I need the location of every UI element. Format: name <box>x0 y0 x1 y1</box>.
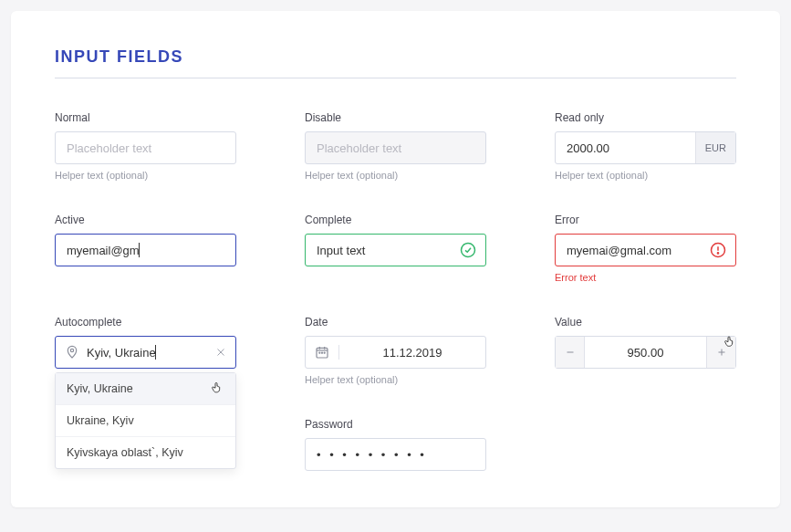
check-circle-icon <box>460 242 476 258</box>
svg-point-12 <box>321 352 322 353</box>
input-wrap-password[interactable]: • • • • • • • • • <box>305 438 486 471</box>
field-normal: Normal Helper text (optional) <box>55 111 236 181</box>
fields-grid: Normal Helper text (optional) Disable He… <box>55 111 736 471</box>
input-error[interactable] <box>556 235 735 266</box>
helper-normal: Helper text (optional) <box>55 170 236 181</box>
helper-date: Helper text (optional) <box>305 374 486 385</box>
input-wrap-complete[interactable] <box>305 234 486 266</box>
field-complete: Complete <box>305 214 486 283</box>
input-wrap-autocomplete[interactable]: Kyiv, Ukraine <box>55 336 236 369</box>
field-error: Error Error text <box>555 214 736 283</box>
page-title: INPUT FIELDS <box>55 47 736 78</box>
hand-cursor-icon-plus <box>723 333 737 353</box>
input-autocomplete-value: Kyiv, Ukraine <box>87 346 156 360</box>
form-card: INPUT FIELDS Normal Helper text (optiona… <box>11 11 780 507</box>
calendar-icon[interactable] <box>306 345 339 360</box>
label-error: Error <box>555 214 736 226</box>
password-mask: • • • • • • • • • <box>306 439 438 470</box>
autocomplete-dropdown: Kyiv, Ukraine Ukraine, Kyiv Kyivskaya ob… <box>55 372 236 469</box>
input-wrap-error[interactable] <box>555 234 736 266</box>
text-caret <box>139 243 140 257</box>
svg-point-0 <box>462 244 475 257</box>
input-wrap-value[interactable] <box>555 336 736 369</box>
input-date[interactable] <box>339 337 485 368</box>
label-complete: Complete <box>305 214 486 226</box>
input-disable <box>306 132 485 163</box>
label-disable: Disable <box>305 111 486 124</box>
label-password: Password <box>305 418 486 431</box>
input-normal[interactable] <box>56 132 235 163</box>
svg-point-11 <box>319 352 320 353</box>
stepper-plus-button[interactable] <box>706 337 735 368</box>
helper-error: Error text <box>555 272 736 283</box>
dropdown-option-1[interactable]: Ukraine, Kyiv <box>56 405 235 437</box>
input-wrap-active[interactable]: myemail@gm <box>55 234 236 266</box>
alert-circle-icon <box>710 242 726 258</box>
input-wrap-readonly: EUR <box>555 131 736 164</box>
label-value: Value <box>555 316 736 329</box>
input-wrap-date[interactable] <box>305 336 486 369</box>
input-value[interactable] <box>585 337 706 368</box>
text-caret-auto <box>155 345 156 360</box>
currency-badge: EUR <box>695 132 735 163</box>
field-autocomplete: Autocomplete Kyiv, Ukraine Kyiv, Ukra <box>55 316 236 471</box>
svg-point-13 <box>324 352 325 353</box>
field-value: Value <box>555 316 736 471</box>
location-pin-icon <box>56 345 87 360</box>
clear-icon[interactable] <box>206 347 235 358</box>
field-date-col: Date Helper text (optional) Password • •… <box>305 316 486 471</box>
label-date: Date <box>305 316 486 329</box>
input-wrap-disable <box>305 131 486 164</box>
field-disable: Disable Helper text (optional) <box>305 111 486 181</box>
svg-point-4 <box>70 349 73 351</box>
input-readonly <box>556 132 695 163</box>
dropdown-option-0[interactable]: Kyiv, Ukraine <box>56 373 235 405</box>
stepper-minus-button[interactable] <box>556 337 585 368</box>
field-active: Active myemail@gm <box>55 214 236 283</box>
label-autocomplete: Autocomplete <box>55 316 236 329</box>
dropdown-option-2[interactable]: Kyivskaya oblast`, Kyiv <box>56 437 235 468</box>
input-active-value: myemail@gm <box>67 244 140 257</box>
helper-disable: Helper text (optional) <box>305 170 486 181</box>
helper-readonly: Helper text (optional) <box>555 170 736 181</box>
svg-point-3 <box>717 253 718 254</box>
label-readonly: Read only <box>555 111 736 124</box>
field-readonly: Read only EUR Helper text (optional) <box>555 111 736 181</box>
hand-cursor-icon <box>210 380 224 399</box>
label-normal: Normal <box>55 111 236 124</box>
label-active: Active <box>55 214 236 226</box>
input-complete[interactable] <box>306 235 485 266</box>
input-wrap-normal[interactable] <box>55 131 236 164</box>
